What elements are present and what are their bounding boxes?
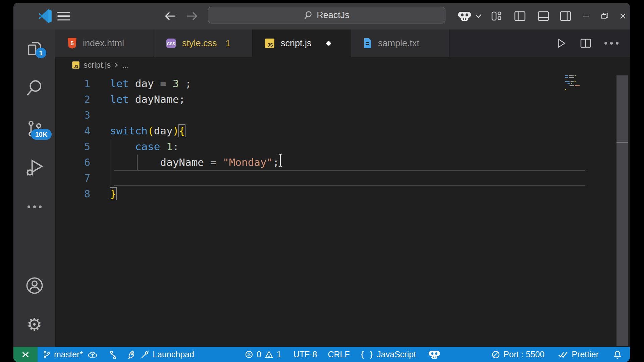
prohibited-icon [491,350,500,359]
warning-icon [264,350,274,359]
sidebar-item-search[interactable] [13,73,55,102]
tab-script-js[interactable]: JS script.js [253,29,351,57]
branch-name: master* [54,350,83,359]
git-graph-button[interactable] [108,347,118,362]
toggle-secondary-sidebar-button[interactable] [555,3,576,29]
git-branch-icon [42,350,51,359]
restore-icon [600,12,609,20]
wand-icon [140,350,150,359]
toggle-panel-button[interactable] [533,3,554,29]
scrollbar-cursor-mark [616,142,628,143]
tab-label: index.html [83,38,124,49]
tab-problem-badge: 1 [226,38,230,49]
activity-bar: 1 10K ⚙ [13,29,55,347]
js-icon: JS [71,61,80,69]
breadcrumb-file[interactable]: script.js [84,60,111,70]
gutter: 12345678 [55,76,90,202]
remote-icon [20,350,31,359]
customize-layout-button[interactable] [486,3,507,29]
minimap[interactable] [565,75,585,91]
git-branch-status[interactable]: master* [42,347,83,362]
scm-badge: 10K [31,129,52,140]
cloud-upload-icon [87,350,98,360]
rocket-icon [127,350,137,360]
code-lines: let day = 3 ;let dayName;switch(day){ ca… [110,76,279,202]
css-icon: CSS [165,38,177,49]
chevron-right-icon [114,62,119,68]
menu-button[interactable] [50,3,77,29]
account-button[interactable] [13,271,55,300]
sidebar-item-source-control[interactable]: 10K [13,114,55,143]
status-bar: master* Launchpad 0 1 [13,347,630,362]
remote-indicator[interactable] [13,347,38,362]
toggle-primary-sidebar-button[interactable] [509,3,531,29]
command-center-search[interactable]: ReactJs [208,7,445,23]
check-double-icon [558,350,569,359]
account-icon [25,276,44,295]
forward-button[interactable] [182,3,202,29]
close-icon [619,12,627,20]
warning-count: 1 [277,350,281,359]
layout-panel-icon [537,10,550,22]
copilot-button[interactable] [453,3,486,29]
run-button[interactable] [555,38,567,49]
back-button[interactable] [160,3,180,29]
tab-label: sample.txt [378,38,419,49]
tab-label: style.css [182,38,217,49]
layout-sidebar-left-icon [514,10,526,22]
search-value: ReactJs [317,10,350,20]
minimize-button[interactable] [577,3,595,29]
back-arrow-icon [164,11,176,21]
problems-status[interactable]: 0 1 [245,347,281,362]
error-count: 0 [257,350,261,359]
copilot-icon [457,10,472,22]
sidebar-item-more[interactable] [13,192,55,221]
more-editor-actions-button[interactable] [604,42,619,45]
tab-label: script.js [281,38,312,49]
git-graph-icon [108,350,118,360]
indent-guide [112,139,112,186]
encoding-label: UTF-8 [293,350,317,359]
editor-actions [555,29,619,57]
chevron-down-icon [475,14,482,18]
html-icon: 5 [67,37,77,49]
gear-icon: ⚙ [26,316,42,333]
breadcrumb: JS script.js ... [55,57,630,73]
txt-file-icon [363,37,373,49]
notifications-button[interactable] [613,347,622,362]
minimize-icon [582,12,590,20]
launchpad-button[interactable]: Launchpad [127,347,194,362]
eol-status[interactable]: CRLF [328,347,350,362]
tab-index-html[interactable]: 5 index.html [55,29,154,57]
copilot-status[interactable] [428,347,441,362]
vscode-window: ReactJs [13,3,630,362]
active-indent-guide [137,155,138,170]
svg-text:5: 5 [70,40,73,47]
language-mode-status[interactable]: { } JavaScript [360,347,416,362]
live-server-port-status[interactable]: Port : 5500 [491,347,544,362]
close-button[interactable] [614,3,630,29]
restore-button[interactable] [596,3,614,29]
settings-button[interactable]: ⚙ [13,310,55,339]
code-editor[interactable]: 12345678 let day = 3 ;let dayName;switch… [55,73,630,347]
explorer-badge: 1 [36,48,46,58]
error-icon [245,350,254,359]
svg-text:JS: JS [74,64,78,68]
encoding-status[interactable]: UTF-8 [293,347,317,362]
vertical-scrollbar[interactable] [616,75,628,346]
breadcrumb-more[interactable]: ... [122,60,129,70]
sidebar-item-explorer[interactable]: 1 [13,34,55,63]
svg-text:CSS: CSS [167,42,175,46]
tab-style-css[interactable]: CSS style.css 1 [154,29,253,57]
sync-changes-button[interactable] [87,347,98,362]
bell-icon [613,350,622,359]
formatter-status[interactable]: Prettier [558,347,599,362]
search-icon [304,11,313,19]
braces-icon: { } [360,350,374,359]
sidebar-item-run-debug[interactable] [13,153,55,182]
split-editor-button[interactable] [580,38,592,49]
layout-sidebar-right-icon [559,10,572,22]
tab-sample-txt[interactable]: sample.txt [351,29,450,57]
tab-bar: 5 index.html CSS style.css 1 JS script.j… [55,29,630,57]
launchpad-label: Launchpad [153,350,194,359]
